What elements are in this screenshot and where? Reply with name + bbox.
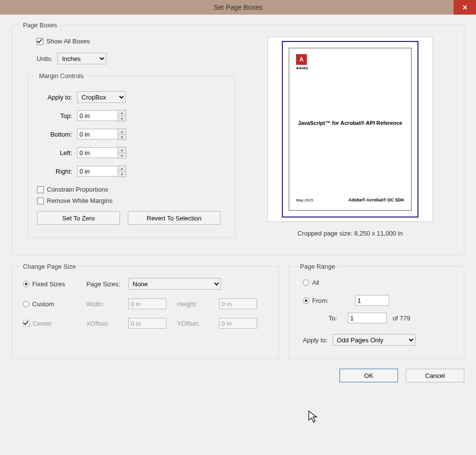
page-preview: A Adobe JavaScript™ for Acrobat® API Ref… [267, 37, 433, 222]
mouse-cursor-icon [308, 411, 319, 425]
from-radio[interactable] [303, 297, 309, 304]
show-all-boxes-checkbox[interactable] [37, 38, 43, 45]
page-sizes-label: Page Sizes: [86, 280, 128, 288]
applyto-label: Apply to: [37, 94, 72, 101]
change-page-size-group: Change Page Size Fixed Sizes Page Sizes:… [12, 263, 279, 359]
page-range-legend: Page Range [298, 263, 337, 270]
ok-button[interactable]: OK [339, 369, 398, 382]
spin-up-icon[interactable]: ▲ [118, 166, 126, 171]
of-label: of 779 [393, 315, 410, 322]
spin-up-icon[interactable]: ▲ [118, 110, 126, 116]
yoffset-label: YOffset: [177, 320, 219, 327]
close-button[interactable]: ✕ [454, 0, 476, 15]
page-boxes-group: Page Boxes Show All Boxes Units: Inches [12, 21, 464, 255]
remove-white-checkbox[interactable] [37, 198, 44, 204]
spin-up-icon[interactable]: ▲ [118, 147, 126, 153]
constrain-checkbox[interactable] [37, 186, 44, 193]
page-preview-page: A Adobe JavaScript™ for Acrobat® API Ref… [282, 41, 418, 218]
to-label: To: [321, 315, 337, 322]
show-all-boxes-label: Show All Boxes [46, 38, 90, 45]
width-input [128, 298, 166, 309]
apply-to-pages-select[interactable]: Odd Pages Only [333, 334, 416, 346]
applyto-select[interactable]: CropBox [77, 91, 126, 103]
from-input[interactable] [355, 295, 389, 306]
margin-controls-legend: Margin Controls [37, 72, 86, 79]
right-label: Right: [37, 168, 72, 175]
cancel-button[interactable]: Cancel [406, 369, 464, 382]
spin-down-icon[interactable]: ▼ [118, 153, 126, 158]
top-spinner[interactable]: ▲▼ [118, 110, 126, 121]
all-label: All [312, 279, 319, 286]
center-checkbox [23, 320, 30, 327]
page-preview-inner: A Adobe JavaScript™ for Acrobat® API Ref… [289, 48, 412, 211]
adobe-logo-icon: A [296, 54, 307, 65]
width-label: Width: [86, 300, 128, 308]
right-input[interactable] [77, 166, 118, 177]
units-label: Units: [37, 55, 53, 62]
adobe-name: Adobe [296, 66, 308, 70]
to-input[interactable] [348, 313, 387, 323]
constrain-label: Constrain Proportions [47, 186, 108, 193]
window-title: Set Page Boxes [0, 3, 476, 11]
preview-date: May 2015 [296, 198, 313, 202]
margin-controls-group: Margin Controls Apply to: CropBox Top: ▲… [28, 72, 236, 238]
close-icon: ✕ [462, 4, 468, 11]
center-label: Center [33, 320, 52, 327]
yoffset-input [219, 318, 257, 329]
height-label: Height: [177, 300, 219, 308]
spin-down-icon[interactable]: ▼ [118, 116, 126, 121]
spin-down-icon[interactable]: ▼ [118, 171, 126, 177]
custom-radio[interactable] [23, 301, 29, 307]
height-input [219, 298, 257, 309]
set-to-zero-button[interactable]: Set To Zero [37, 211, 120, 225]
bottom-label: Bottom: [37, 131, 72, 138]
left-input[interactable] [77, 147, 118, 158]
change-page-size-legend: Change Page Size [21, 263, 78, 270]
titlebar: Set Page Boxes ✕ [0, 0, 476, 15]
spin-down-icon[interactable]: ▼ [118, 134, 126, 139]
custom-label: Custom [32, 300, 54, 308]
bottom-input[interactable] [77, 129, 118, 139]
spin-up-icon[interactable]: ▲ [118, 129, 126, 134]
right-spinner[interactable]: ▲▼ [118, 165, 126, 177]
bottom-spinner[interactable]: ▲▼ [118, 128, 126, 140]
xoffset-label: XOffset: [86, 320, 128, 327]
all-radio[interactable] [303, 279, 309, 286]
xoffset-input [128, 318, 166, 329]
cropped-size-label: Cropped page size: 8,250 x 11,000 in [245, 230, 455, 237]
fixed-sizes-radio[interactable] [23, 281, 29, 287]
apply-to-pages-label: Apply to: [303, 336, 328, 344]
top-label: Top: [37, 112, 72, 119]
units-select[interactable]: Inches [58, 53, 106, 64]
page-sizes-select[interactable]: None [128, 278, 221, 290]
page-boxes-legend: Page Boxes [21, 21, 59, 29]
fixed-sizes-label: Fixed Sizes [32, 280, 65, 288]
adobe-logo-block: A Adobe [296, 54, 308, 70]
preview-title: JavaScript™ for Acrobat® API Reference [289, 120, 411, 126]
page-range-group: Page Range All From: To: of 779 [289, 263, 464, 359]
left-label: Left: [37, 149, 72, 157]
left-spinner[interactable]: ▲▼ [118, 147, 126, 158]
revert-button[interactable]: Revert To Selection [128, 211, 220, 225]
from-label: From: [312, 297, 337, 304]
preview-sdk: Adobe® Acrobat® DC SDK [349, 198, 404, 202]
remove-white-label: Remove White Margins [47, 197, 113, 204]
top-input[interactable] [77, 110, 118, 121]
